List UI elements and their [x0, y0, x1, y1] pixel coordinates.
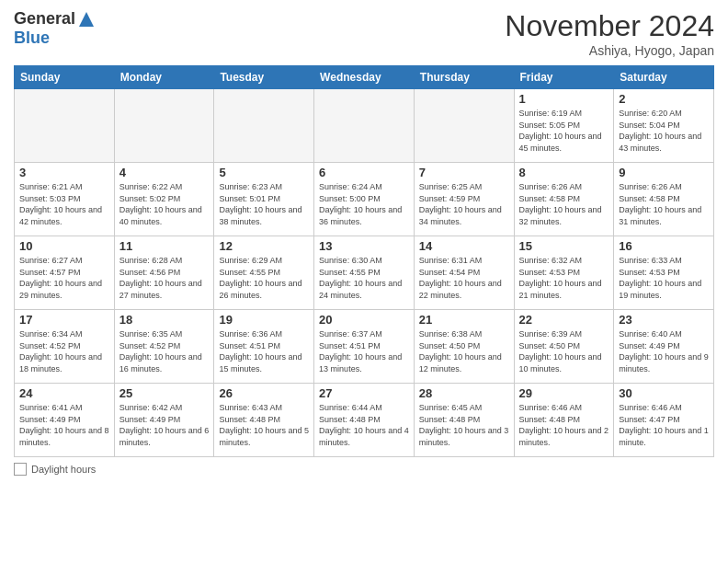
- day-info: Sunrise: 6:30 AMSunset: 4:55 PMDaylight:…: [319, 255, 409, 301]
- day-info: Sunrise: 6:24 AMSunset: 5:00 PMDaylight:…: [319, 181, 409, 227]
- col-saturday: Saturday: [614, 66, 714, 89]
- calendar-cell: 23Sunrise: 6:40 AMSunset: 4:49 PMDayligh…: [614, 310, 714, 384]
- calendar-week-4: 24Sunrise: 6:41 AMSunset: 4:49 PMDayligh…: [15, 384, 714, 457]
- day-number: 1: [519, 92, 609, 106]
- day-info: Sunrise: 6:38 AMSunset: 4:50 PMDaylight:…: [419, 328, 509, 374]
- day-info: Sunrise: 6:40 AMSunset: 4:49 PMDaylight:…: [619, 328, 709, 374]
- day-info: Sunrise: 6:41 AMSunset: 4:49 PMDaylight:…: [19, 402, 109, 448]
- logo-icon: [77, 10, 96, 29]
- day-info: Sunrise: 6:27 AMSunset: 4:57 PMDaylight:…: [19, 255, 109, 301]
- calendar-cell: 28Sunrise: 6:45 AMSunset: 4:48 PMDayligh…: [414, 384, 514, 457]
- day-number: 23: [619, 313, 709, 327]
- day-number: 7: [419, 166, 509, 179]
- day-number: 19: [219, 313, 309, 327]
- col-sunday: Sunday: [15, 66, 115, 89]
- logo: General Blue: [14, 9, 96, 48]
- calendar-cell: 26Sunrise: 6:43 AMSunset: 4:48 PMDayligh…: [214, 384, 314, 457]
- day-info: Sunrise: 6:23 AMSunset: 5:01 PMDaylight:…: [219, 181, 309, 227]
- day-info: Sunrise: 6:46 AMSunset: 4:48 PMDaylight:…: [519, 402, 609, 448]
- day-number: 5: [219, 166, 309, 179]
- logo-general-text: General: [14, 9, 75, 29]
- day-number: 27: [319, 386, 409, 400]
- calendar-cell: 7Sunrise: 6:25 AMSunset: 4:59 PMDaylight…: [414, 163, 514, 236]
- day-info: Sunrise: 6:45 AMSunset: 4:48 PMDaylight:…: [419, 402, 509, 448]
- legend: Daylight hours: [14, 463, 714, 476]
- calendar-cell: 16Sunrise: 6:33 AMSunset: 4:53 PMDayligh…: [614, 236, 714, 310]
- day-info: Sunrise: 6:33 AMSunset: 4:53 PMDaylight:…: [619, 255, 709, 301]
- calendar-cell: 4Sunrise: 6:22 AMSunset: 5:02 PMDaylight…: [114, 163, 214, 236]
- calendar-week-3: 17Sunrise: 6:34 AMSunset: 4:52 PMDayligh…: [15, 310, 714, 384]
- calendar-cell: [114, 89, 214, 163]
- day-number: 25: [119, 386, 210, 400]
- day-info: Sunrise: 6:43 AMSunset: 4:48 PMDaylight:…: [219, 402, 309, 448]
- location: Ashiya, Hyogo, Japan: [505, 43, 714, 58]
- day-info: Sunrise: 6:39 AMSunset: 4:50 PMDaylight:…: [519, 328, 609, 374]
- day-info: Sunrise: 6:26 AMSunset: 4:58 PMDaylight:…: [519, 181, 609, 227]
- day-info: Sunrise: 6:46 AMSunset: 4:47 PMDaylight:…: [619, 402, 709, 448]
- day-info: Sunrise: 6:28 AMSunset: 4:56 PMDaylight:…: [119, 255, 210, 301]
- day-number: 30: [619, 386, 709, 400]
- day-info: Sunrise: 6:29 AMSunset: 4:55 PMDaylight:…: [219, 255, 309, 301]
- day-info: Sunrise: 6:32 AMSunset: 4:53 PMDaylight:…: [519, 255, 609, 301]
- calendar-cell: 10Sunrise: 6:27 AMSunset: 4:57 PMDayligh…: [15, 236, 115, 310]
- day-number: 13: [319, 239, 409, 253]
- day-number: 21: [419, 313, 509, 327]
- day-number: 11: [119, 239, 210, 253]
- calendar-cell: 14Sunrise: 6:31 AMSunset: 4:54 PMDayligh…: [414, 236, 514, 310]
- day-number: 14: [419, 239, 509, 253]
- col-wednesday: Wednesday: [314, 66, 415, 89]
- calendar-cell: 29Sunrise: 6:46 AMSunset: 4:48 PMDayligh…: [514, 384, 614, 457]
- calendar-cell: 5Sunrise: 6:23 AMSunset: 5:01 PMDaylight…: [214, 163, 314, 236]
- calendar-cell: [214, 89, 314, 163]
- calendar-cell: 25Sunrise: 6:42 AMSunset: 4:49 PMDayligh…: [114, 384, 214, 457]
- day-number: 22: [519, 313, 609, 327]
- calendar-cell: 24Sunrise: 6:41 AMSunset: 4:49 PMDayligh…: [15, 384, 115, 457]
- day-info: Sunrise: 6:35 AMSunset: 4:52 PMDaylight:…: [119, 328, 210, 374]
- calendar-cell: [414, 89, 514, 163]
- header-row: Sunday Monday Tuesday Wednesday Thursday…: [15, 66, 714, 89]
- day-number: 6: [319, 166, 409, 179]
- header: General Blue November 2024 Ashiya, Hyogo…: [14, 9, 714, 58]
- day-number: 26: [219, 386, 309, 400]
- day-info: Sunrise: 6:31 AMSunset: 4:54 PMDaylight:…: [419, 255, 509, 301]
- col-monday: Monday: [114, 66, 214, 89]
- col-tuesday: Tuesday: [214, 66, 314, 89]
- calendar-cell: 1Sunrise: 6:19 AMSunset: 5:05 PMDaylight…: [514, 89, 614, 163]
- page-container: General Blue November 2024 Ashiya, Hyogo…: [0, 0, 728, 485]
- legend-box: [14, 463, 27, 476]
- calendar-cell: 8Sunrise: 6:26 AMSunset: 4:58 PMDaylight…: [514, 163, 614, 236]
- day-info: Sunrise: 6:34 AMSunset: 4:52 PMDaylight:…: [19, 328, 109, 374]
- day-info: Sunrise: 6:44 AMSunset: 4:48 PMDaylight:…: [319, 402, 409, 448]
- day-number: 10: [19, 239, 109, 253]
- day-number: 9: [619, 166, 709, 179]
- day-info: Sunrise: 6:21 AMSunset: 5:03 PMDaylight:…: [19, 181, 109, 227]
- calendar-cell: 15Sunrise: 6:32 AMSunset: 4:53 PMDayligh…: [514, 236, 614, 310]
- calendar-table: Sunday Monday Tuesday Wednesday Thursday…: [14, 65, 714, 457]
- calendar-cell: 20Sunrise: 6:37 AMSunset: 4:51 PMDayligh…: [314, 310, 415, 384]
- col-thursday: Thursday: [414, 66, 514, 89]
- day-number: 28: [419, 386, 509, 400]
- day-number: 17: [19, 313, 109, 327]
- day-info: Sunrise: 6:26 AMSunset: 4:58 PMDaylight:…: [619, 181, 709, 227]
- calendar-cell: 12Sunrise: 6:29 AMSunset: 4:55 PMDayligh…: [214, 236, 314, 310]
- calendar-cell: 30Sunrise: 6:46 AMSunset: 4:47 PMDayligh…: [614, 384, 714, 457]
- day-number: 8: [519, 166, 609, 179]
- legend-label: Daylight hours: [31, 464, 96, 475]
- day-number: 16: [619, 239, 709, 253]
- calendar-cell: 13Sunrise: 6:30 AMSunset: 4:55 PMDayligh…: [314, 236, 415, 310]
- day-number: 20: [319, 313, 409, 327]
- day-info: Sunrise: 6:36 AMSunset: 4:51 PMDaylight:…: [219, 328, 309, 374]
- day-number: 12: [219, 239, 309, 253]
- col-friday: Friday: [514, 66, 614, 89]
- day-info: Sunrise: 6:20 AMSunset: 5:04 PMDaylight:…: [619, 108, 709, 154]
- calendar-cell: [314, 89, 415, 163]
- day-info: Sunrise: 6:37 AMSunset: 4:51 PMDaylight:…: [319, 328, 409, 374]
- calendar-week-1: 3Sunrise: 6:21 AMSunset: 5:03 PMDaylight…: [15, 163, 714, 236]
- calendar-cell: 19Sunrise: 6:36 AMSunset: 4:51 PMDayligh…: [214, 310, 314, 384]
- day-info: Sunrise: 6:19 AMSunset: 5:05 PMDaylight:…: [519, 108, 609, 154]
- calendar-cell: 22Sunrise: 6:39 AMSunset: 4:50 PMDayligh…: [514, 310, 614, 384]
- calendar-cell: 3Sunrise: 6:21 AMSunset: 5:03 PMDaylight…: [15, 163, 115, 236]
- calendar-cell: 21Sunrise: 6:38 AMSunset: 4:50 PMDayligh…: [414, 310, 514, 384]
- day-number: 3: [19, 166, 109, 179]
- calendar-cell: 11Sunrise: 6:28 AMSunset: 4:56 PMDayligh…: [114, 236, 214, 310]
